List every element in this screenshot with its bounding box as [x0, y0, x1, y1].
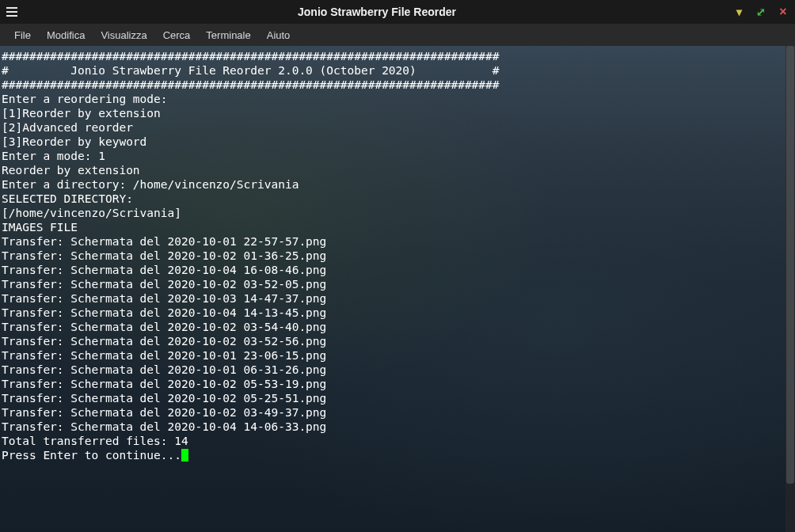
- menu-terminale[interactable]: Terminale: [198, 26, 258, 44]
- terminal-line: Enter a mode: 1: [2, 149, 793, 163]
- scrollbar-thumb[interactable]: [786, 46, 794, 484]
- terminal-line: [/home/vincenzo/Scrivania]: [2, 206, 793, 220]
- terminal-line: Transfer: Schermata del 2020-10-04 14-06…: [2, 420, 793, 434]
- window-title: Jonio Strawberry File Reorder: [21, 6, 733, 18]
- close-icon[interactable]: ×: [778, 6, 789, 17]
- terminal-line: Transfer: Schermata del 2020-10-04 16-08…: [2, 263, 793, 277]
- terminal-line: Transfer: Schermata del 2020-10-02 03-52…: [2, 334, 793, 348]
- terminal-line: Transfer: Schermata del 2020-10-04 14-13…: [2, 306, 793, 320]
- minimize-icon[interactable]: ▾: [733, 6, 744, 17]
- terminal-line: # Jonio Strawberry File Reorder 2.0.0 (O…: [2, 63, 793, 78]
- hamburger-menu-icon[interactable]: [6, 5, 21, 19]
- terminal-line: Transfer: Schermata del 2020-10-01 22-57…: [2, 234, 793, 249]
- maximize-icon[interactable]: ⤢: [755, 6, 766, 17]
- terminal-line: Transfer: Schermata del 2020-10-03 14-47…: [2, 291, 793, 306]
- terminal-line: IMAGES FILE: [2, 220, 793, 234]
- terminal-output[interactable]: ########################################…: [0, 46, 795, 532]
- terminal-line: Transfer: Schermata del 2020-10-02 03-49…: [2, 405, 793, 420]
- titlebar: Jonio Strawberry File Reorder ▾ ⤢ ×: [0, 0, 795, 24]
- menu-file[interactable]: File: [6, 26, 39, 44]
- terminal-line: Transfer: Schermata del 2020-10-01 23-06…: [2, 348, 793, 363]
- menu-modifica[interactable]: Modifica: [39, 26, 93, 44]
- terminal-line: Enter a directory: /home/vincenzo/Scriva…: [2, 177, 793, 192]
- terminal-line: Reorder by extension: [2, 163, 793, 177]
- terminal-line: Press Enter to continue...: [2, 448, 793, 462]
- scrollbar[interactable]: [785, 46, 795, 532]
- terminal-line: [2]Advanced reorder: [2, 120, 793, 135]
- terminal-line: Transfer: Schermata del 2020-10-02 05-53…: [2, 377, 793, 391]
- terminal-line: Transfer: Schermata del 2020-10-02 05-25…: [2, 391, 793, 405]
- cursor: [181, 449, 188, 462]
- terminal-line: SELECTED DIRECTORY:: [2, 192, 793, 206]
- terminal-line: ########################################…: [2, 78, 793, 92]
- terminal-line: [3]Reorder by keyword: [2, 135, 793, 149]
- menu-aiuto[interactable]: Aiuto: [259, 26, 299, 44]
- terminal-line: Total transferred files: 14: [2, 434, 793, 448]
- menubar: File Modifica Visualizza Cerca Terminale…: [0, 24, 795, 46]
- menu-visualizza[interactable]: Visualizza: [93, 26, 154, 44]
- terminal-line: [1]Reorder by extension: [2, 106, 793, 120]
- terminal-line: Transfer: Schermata del 2020-10-02 01-36…: [2, 249, 793, 263]
- terminal-line: Transfer: Schermata del 2020-10-02 03-54…: [2, 320, 793, 334]
- menu-cerca[interactable]: Cerca: [155, 26, 199, 44]
- terminal-line: Enter a reordering mode:: [2, 92, 793, 106]
- terminal-line: ########################################…: [2, 49, 793, 63]
- terminal-line: Transfer: Schermata del 2020-10-01 06-31…: [2, 363, 793, 377]
- window-controls: ▾ ⤢ ×: [733, 6, 789, 17]
- terminal-line: Transfer: Schermata del 2020-10-02 03-52…: [2, 277, 793, 291]
